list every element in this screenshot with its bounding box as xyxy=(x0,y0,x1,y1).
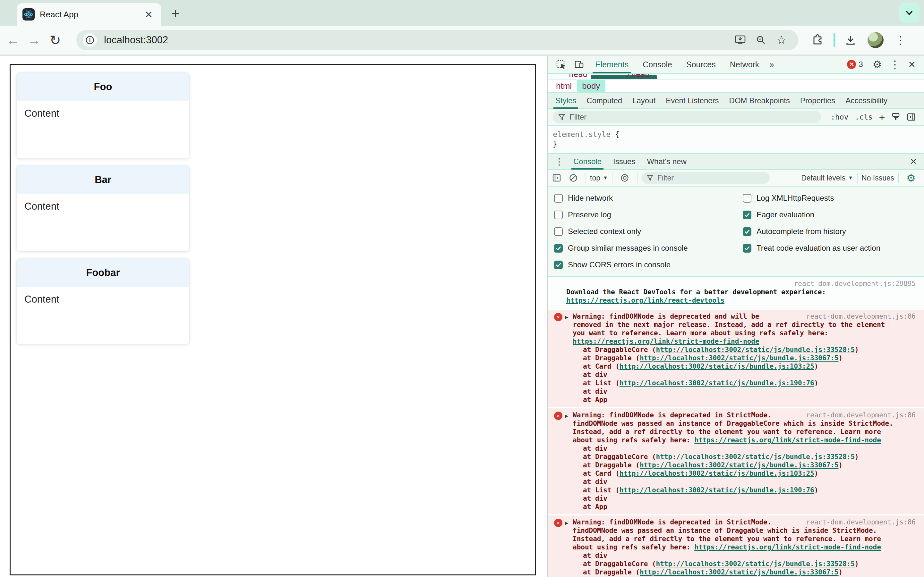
site-info-icon[interactable] xyxy=(83,33,97,47)
console-setting[interactable]: Log XMLHttpRequests xyxy=(743,190,880,206)
address-bar[interactable]: localhost:3002 ☆ xyxy=(76,30,798,50)
bookmark-star-icon[interactable]: ☆ xyxy=(776,33,787,47)
tab-event-listeners[interactable]: Event Listeners xyxy=(661,93,724,109)
extensions-puzzle-icon[interactable] xyxy=(812,34,823,46)
checkbox[interactable] xyxy=(554,244,563,253)
expand-triangle-icon[interactable]: ▶ xyxy=(565,519,568,527)
dom-tree-clipped-row[interactable]: head /head xyxy=(548,74,924,79)
drawer-tab-whats-new[interactable]: What's new xyxy=(641,153,692,169)
tab-elements[interactable]: Elements xyxy=(588,55,636,73)
console-link[interactable]: http://localhost:3002/static/js/bundle.j… xyxy=(640,568,838,576)
reload-button[interactable]: ↻ xyxy=(47,32,63,48)
checkbox[interactable] xyxy=(743,194,751,203)
checkbox[interactable] xyxy=(554,261,563,269)
console-link[interactable]: http://localhost:3002/static/js/bundle.j… xyxy=(656,346,855,354)
breadcrumb-html[interactable]: html xyxy=(551,80,577,92)
console-setting[interactable]: Preserve log xyxy=(554,206,688,223)
checkbox[interactable] xyxy=(743,227,751,236)
expand-triangle-icon[interactable]: ▶ xyxy=(565,313,568,321)
console-filter-input[interactable]: Filter xyxy=(641,172,770,184)
browser-tab[interactable]: React App ✕ xyxy=(17,3,161,26)
console-setting[interactable]: Group similar messages in console xyxy=(554,240,688,256)
tab-sources[interactable]: Sources xyxy=(679,55,723,73)
error-count-badge[interactable]: ✕ 3 xyxy=(847,60,863,69)
expand-triangle-icon[interactable]: ▶ xyxy=(565,412,568,420)
card-title[interactable]: Foo xyxy=(17,73,189,101)
card-foobar[interactable]: Foobar Content xyxy=(16,258,190,345)
console-setting[interactable]: Hide network xyxy=(554,190,688,206)
element-style-rule[interactable]: element.style { } xyxy=(548,126,924,154)
inspect-element-icon[interactable] xyxy=(556,59,566,69)
no-issues-label[interactable]: No Issues xyxy=(861,174,894,182)
checkbox[interactable] xyxy=(554,227,563,236)
new-tab-button[interactable]: + xyxy=(168,7,183,22)
console-link[interactable]: http://localhost:3002/static/js/bundle.j… xyxy=(656,453,855,461)
console-link[interactable]: http://localhost:3002/static/js/bundle.j… xyxy=(640,354,838,362)
console-link[interactable]: https://reactjs.org/link/strict-mode-fin… xyxy=(573,338,759,345)
console-link[interactable]: http://localhost:3002/static/js/bundle.j… xyxy=(620,486,814,494)
downloads-icon[interactable] xyxy=(845,35,856,45)
devtools-settings-gear-icon[interactable]: ⚙ xyxy=(873,58,882,71)
browser-menu-icon[interactable]: ⋮ xyxy=(895,34,906,47)
drawer-close-icon[interactable]: ✕ xyxy=(910,157,917,167)
card-bar[interactable]: Bar Content xyxy=(16,165,190,251)
default-levels-dropdown[interactable]: Default levels xyxy=(801,174,845,182)
styles-filter-input[interactable]: Filter xyxy=(553,111,821,123)
card-foo[interactable]: Foo Content xyxy=(16,72,190,159)
checkbox[interactable] xyxy=(743,211,751,219)
toggle-cls[interactable]: .cls xyxy=(855,113,873,121)
tab-network[interactable]: Network xyxy=(723,55,766,73)
console-setting[interactable]: Show CORS errors in console xyxy=(554,256,688,273)
forward-button[interactable]: → xyxy=(26,32,42,48)
tab-styles[interactable]: Styles xyxy=(550,93,582,109)
tab-layout[interactable]: Layout xyxy=(627,93,661,109)
console-link[interactable]: https://reactjs.org/link/react-devtools xyxy=(566,297,724,304)
console-setting[interactable]: Selected context only xyxy=(554,223,688,240)
tab-search-button[interactable] xyxy=(899,3,919,23)
console-setting[interactable]: Autocomplete from history xyxy=(743,223,880,240)
profile-avatar[interactable] xyxy=(867,32,884,48)
console-link[interactable]: http://localhost:3002/static/js/bundle.j… xyxy=(640,461,838,469)
checkbox[interactable] xyxy=(743,244,751,253)
console-setting[interactable]: Eager evaluation xyxy=(743,206,880,223)
console-link[interactable]: https://reactjs.org/link/strict-mode-fin… xyxy=(694,436,881,444)
console-link[interactable]: http://localhost:3002/static/js/bundle.j… xyxy=(620,363,814,370)
device-toolbar-icon[interactable] xyxy=(574,59,584,69)
breadcrumb-body[interactable]: body xyxy=(577,80,605,92)
card-title[interactable]: Foobar xyxy=(17,258,189,287)
checkbox[interactable] xyxy=(554,194,563,203)
console-setting[interactable]: Treat code evaluation as user action xyxy=(743,240,880,256)
rendering-brush-icon[interactable] xyxy=(891,113,900,121)
toggle-hov[interactable]: :hov xyxy=(830,113,848,121)
devtools-close-icon[interactable]: ✕ xyxy=(908,59,916,70)
drawer-tab-console[interactable]: Console xyxy=(567,153,607,169)
back-button[interactable]: ← xyxy=(5,32,21,48)
console-sidebar-icon[interactable] xyxy=(552,173,561,182)
message-source-link[interactable]: react-dom.development.js:86 xyxy=(806,411,916,419)
clear-console-icon[interactable] xyxy=(569,173,578,182)
console-settings-gear-icon[interactable]: ⚙ xyxy=(906,172,916,184)
tab-close-icon[interactable]: ✕ xyxy=(142,9,155,20)
live-expression-eye-icon[interactable] xyxy=(620,173,629,182)
devtools-menu-icon[interactable]: ⋮ xyxy=(890,58,901,71)
drawer-menu-icon[interactable]: ⋮ xyxy=(555,156,564,167)
tab-dom-breakpoints[interactable]: DOM Breakpoints xyxy=(724,93,795,109)
install-app-icon[interactable] xyxy=(735,35,746,45)
tab-computed[interactable]: Computed xyxy=(582,93,627,109)
tab-properties[interactable]: Properties xyxy=(795,93,840,109)
console-link[interactable]: http://localhost:3002/static/js/bundle.j… xyxy=(656,560,855,568)
drawer-tab-issues[interactable]: Issues xyxy=(607,153,641,169)
message-source-link[interactable]: react-dom.development.js:86 xyxy=(806,518,916,526)
more-tabs-icon[interactable]: » xyxy=(766,60,777,69)
message-source-link[interactable]: react-dom.development.js:86 xyxy=(806,312,916,321)
console-link[interactable]: http://localhost:3002/static/js/bundle.j… xyxy=(620,470,814,477)
console-link[interactable]: http://localhost:3002/static/js/bundle.j… xyxy=(620,379,814,387)
zoom-out-icon[interactable] xyxy=(756,35,766,45)
new-style-rule-button[interactable]: + xyxy=(879,111,885,123)
sidebar-toggle-icon[interactable] xyxy=(907,113,916,121)
checkbox[interactable] xyxy=(554,211,563,219)
card-title[interactable]: Bar xyxy=(17,165,189,194)
tab-accessibility[interactable]: Accessibility xyxy=(840,93,893,109)
console-link[interactable]: https://reactjs.org/link/strict-mode-fin… xyxy=(694,543,881,551)
context-selector[interactable]: top xyxy=(590,174,600,182)
